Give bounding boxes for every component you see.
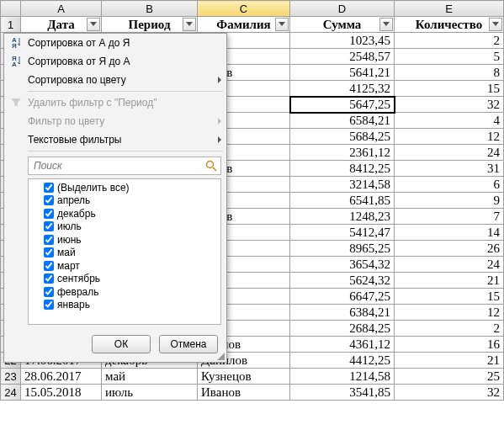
cell[interactable]: 5684,25 bbox=[290, 129, 395, 145]
cell[interactable]: 9 bbox=[395, 193, 504, 209]
cell[interactable]: 5412,47 bbox=[290, 225, 395, 241]
cell[interactable]: 6 bbox=[395, 177, 504, 193]
filter-dropdown-icon[interactable] bbox=[87, 18, 100, 31]
cell[interactable]: 5 bbox=[395, 49, 504, 65]
cell[interactable]: 24 bbox=[395, 257, 504, 273]
cell[interactable]: 4125,32 bbox=[290, 81, 395, 97]
cell[interactable]: 14 bbox=[395, 225, 504, 241]
cell[interactable]: 8965,25 bbox=[290, 241, 395, 257]
row-header[interactable]: 1 bbox=[1, 17, 21, 33]
cell[interactable]: 4412,25 bbox=[290, 353, 395, 369]
cell[interactable]: Кузнецов bbox=[198, 369, 290, 385]
col-header-C[interactable]: C bbox=[198, 1, 290, 17]
filter-value-item[interactable]: июль bbox=[29, 220, 220, 234]
col-header-A[interactable]: A bbox=[21, 1, 102, 17]
cell[interactable]: 4 bbox=[395, 113, 504, 129]
cell[interactable]: 32 bbox=[395, 97, 504, 113]
filter-value-checkbox[interactable] bbox=[44, 195, 54, 205]
menu-item-sort-az[interactable]: Сортировка от А до Я bbox=[4, 34, 226, 52]
filter-dropdown-icon[interactable] bbox=[275, 18, 289, 31]
cell[interactable]: 6584,21 bbox=[290, 113, 395, 129]
cell[interactable]: 3214,58 bbox=[290, 177, 395, 193]
filter-value-checkbox[interactable] bbox=[44, 209, 54, 219]
filter-value-checkbox[interactable] bbox=[44, 235, 54, 245]
col-header-D[interactable]: D bbox=[290, 1, 395, 17]
cell[interactable]: 15 bbox=[395, 289, 504, 305]
cell[interactable]: 8 bbox=[395, 65, 504, 81]
header-cell-C[interactable]: Фамилия bbox=[198, 17, 290, 33]
filter-value-checkbox[interactable] bbox=[44, 261, 54, 271]
filter-value-item[interactable]: июнь bbox=[29, 233, 220, 247]
cell[interactable]: 6647,25 bbox=[290, 289, 395, 305]
filter-value-checkbox[interactable] bbox=[44, 247, 54, 257]
cell[interactable]: 15 bbox=[395, 81, 504, 97]
menu-item-sort-color[interactable]: Сортировка по цвету bbox=[4, 71, 226, 89]
select-all-corner[interactable] bbox=[1, 1, 21, 17]
filter-value-item[interactable]: сентябрь bbox=[29, 273, 220, 286]
cell[interactable]: 6541,85 bbox=[290, 193, 395, 209]
cell[interactable]: 26 bbox=[395, 241, 504, 257]
cell[interactable]: 2361,12 bbox=[290, 145, 395, 161]
filter-dropdown-icon[interactable] bbox=[489, 18, 502, 31]
cell[interactable]: 2 bbox=[395, 33, 504, 49]
cell[interactable]: май bbox=[102, 369, 198, 385]
cell[interactable]: 12 bbox=[395, 129, 504, 145]
header-cell-B[interactable]: Период bbox=[102, 17, 198, 33]
filter-value-checkbox[interactable] bbox=[44, 183, 54, 193]
cancel-button[interactable]: Отмена bbox=[159, 335, 218, 353]
cell[interactable]: 5624,32 bbox=[290, 273, 395, 289]
filter-search[interactable] bbox=[28, 157, 221, 175]
filter-value-item[interactable]: май bbox=[29, 247, 220, 260]
cell[interactable]: 5647,25 bbox=[290, 97, 395, 113]
row-header[interactable]: 24 bbox=[1, 385, 21, 401]
filter-value-item[interactable]: (Выделить все) bbox=[29, 181, 220, 194]
filter-value-checkbox[interactable] bbox=[44, 300, 54, 310]
filter-value-item[interactable]: январь bbox=[29, 299, 220, 312]
cell[interactable]: 5641,21 bbox=[290, 65, 395, 81]
cell[interactable]: 15.05.2018 bbox=[21, 385, 102, 401]
col-header-B[interactable]: B bbox=[102, 1, 198, 17]
cell[interactable]: июль bbox=[102, 385, 198, 401]
cell[interactable]: 3541,85 bbox=[290, 385, 395, 401]
cell[interactable]: 1214,58 bbox=[290, 369, 395, 385]
cell[interactable]: 31 bbox=[395, 161, 504, 177]
cell[interactable]: 3654,32 bbox=[290, 257, 395, 273]
table-row[interactable]: 2415.05.2018июльИванов3541,8532 bbox=[1, 385, 504, 401]
cell[interactable]: 21 bbox=[395, 273, 504, 289]
cell[interactable]: 4361,12 bbox=[290, 337, 395, 353]
cell[interactable]: 16 bbox=[395, 337, 504, 353]
row-header[interactable]: 23 bbox=[1, 369, 21, 385]
filter-value-checkbox[interactable] bbox=[44, 221, 54, 231]
cell[interactable]: 1248,23 bbox=[290, 209, 395, 225]
cell[interactable]: 12 bbox=[395, 305, 504, 321]
cell[interactable]: Иванов bbox=[198, 385, 290, 401]
cell[interactable]: 2684,25 bbox=[290, 321, 395, 337]
cell[interactable]: 7 bbox=[395, 209, 504, 225]
filter-dropdown-icon[interactable] bbox=[183, 18, 196, 31]
cell[interactable]: 2548,57 bbox=[290, 49, 395, 65]
header-cell-A[interactable]: Дата bbox=[21, 17, 102, 33]
header-cell-D[interactable]: Сумма bbox=[290, 17, 395, 33]
resize-grip-icon[interactable] bbox=[216, 352, 225, 360]
filter-search-input[interactable] bbox=[32, 159, 205, 173]
table-row[interactable]: 2328.06.2017майКузнецов1214,5825 bbox=[1, 369, 504, 385]
filter-value-item[interactable]: декабрь bbox=[29, 207, 220, 220]
filter-value-item[interactable]: февраль bbox=[29, 285, 220, 299]
col-header-E[interactable]: E bbox=[395, 1, 504, 17]
cell[interactable]: 24 bbox=[395, 145, 504, 161]
header-cell-E[interactable]: Количество bbox=[395, 17, 504, 33]
filter-values-list[interactable]: (Выделить все)апрельдекабрьиюльиюньмайма… bbox=[28, 178, 221, 325]
ok-button[interactable]: ОК bbox=[92, 335, 151, 353]
menu-item-sort-za[interactable]: Сортировка от Я до А bbox=[4, 52, 226, 71]
cell[interactable]: 2 bbox=[395, 321, 504, 337]
filter-value-checkbox[interactable] bbox=[44, 287, 54, 297]
cell[interactable]: 6384,21 bbox=[290, 305, 395, 321]
cell[interactable]: 32 bbox=[395, 385, 504, 401]
filter-dropdown-icon[interactable] bbox=[379, 18, 393, 31]
cell[interactable]: 25 bbox=[395, 369, 504, 385]
filter-value-item[interactable]: март bbox=[29, 259, 220, 273]
cell[interactable]: 28.06.2017 bbox=[21, 369, 102, 385]
filter-value-item[interactable]: апрель bbox=[29, 194, 220, 208]
filter-value-checkbox[interactable] bbox=[44, 273, 54, 284]
cell[interactable]: 8412,25 bbox=[290, 161, 395, 177]
